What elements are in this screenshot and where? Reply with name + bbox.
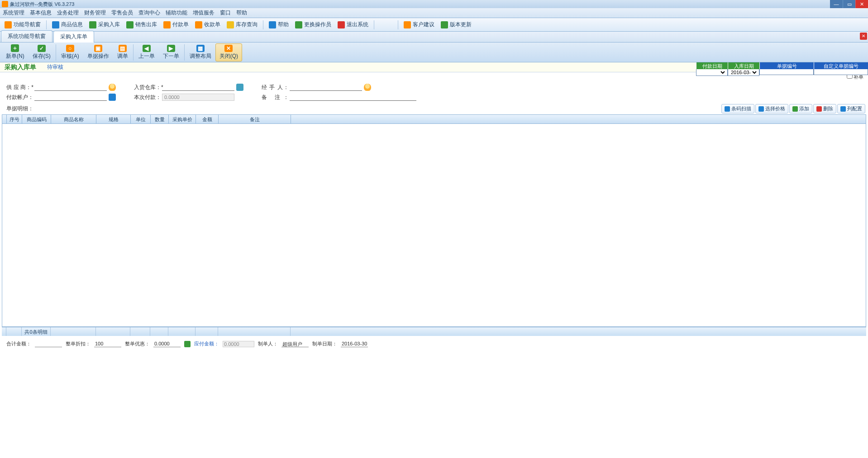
doc-toolbar-label: 关闭(Q) — [219, 52, 238, 60]
menu-item[interactable]: 窗口 — [220, 9, 231, 17]
detail-button[interactable]: 列配置 — [837, 104, 865, 113]
makedate-value: 2016-03-30 — [341, 341, 368, 347]
toolbar-label: 付款单 — [172, 21, 189, 28]
doc-toolbar-label: 新单(N) — [6, 52, 24, 60]
toolbar-icon — [163, 21, 171, 28]
account-input[interactable] — [34, 94, 107, 101]
toolbar-label: 收款单 — [204, 21, 220, 28]
toolbar-button[interactable]: 收款单 — [192, 20, 223, 29]
tab[interactable]: 采购入库单 — [53, 31, 94, 42]
menu-item[interactable]: 业务处理 — [57, 9, 79, 17]
table-head: 序号商品编码商品名称规格单位数量采购单价金额备注 — [2, 115, 866, 124]
toolbar-button[interactable]: 销售出库 — [124, 20, 160, 29]
doc-toolbar-button[interactable]: ▣单据操作 — [83, 43, 113, 61]
doc-toolbar-button[interactable]: ✕关闭(Q) — [215, 43, 242, 61]
footer-cell — [218, 327, 291, 336]
doc-title: 采购入库单 — [5, 63, 36, 71]
column-header[interactable]: 备注 — [219, 115, 291, 123]
column-header[interactable]: 序号 — [7, 115, 22, 123]
toolbar-button[interactable]: 库存查询 — [224, 20, 260, 29]
supplier-input[interactable] — [34, 84, 107, 91]
toolbar-button[interactable]: 退出系统 — [335, 20, 371, 29]
detail-button[interactable]: 添加 — [789, 104, 812, 113]
menu-item[interactable]: 系统管理 — [3, 9, 24, 17]
paydate-input[interactable] — [697, 69, 726, 76]
close-button[interactable]: ✕ — [855, 0, 868, 8]
thispay-label: 本次付款： — [134, 94, 161, 101]
handler-pick-icon[interactable] — [364, 84, 371, 91]
menu-item[interactable]: 财务管理 — [84, 9, 106, 17]
doc-toolbar-label: 调整布局 — [190, 52, 211, 60]
footer: 合计金额： 整单折扣： 100 整单优惠： 0.0000 应付金额： 0.000… — [0, 336, 868, 352]
column-header[interactable]: 数量 — [151, 115, 169, 123]
indate-input[interactable]: 2016-03-30 — [729, 69, 758, 76]
toolbar-button[interactable]: 功能导航窗 — [2, 20, 43, 29]
doc-toolbar-icon: ▣ — [94, 45, 102, 52]
column-header[interactable]: 商品名称 — [51, 115, 96, 123]
column-header[interactable]: 商品编码 — [22, 115, 51, 123]
detail-button-icon — [758, 106, 764, 112]
toolbar-button[interactable]: 商品信息 — [49, 20, 86, 29]
doc-toolbar-label: 保存(S) — [33, 52, 51, 60]
toolbar-button[interactable]: 采购入库 — [86, 20, 123, 29]
toolbar-button[interactable]: 更换操作员 — [292, 20, 334, 29]
doc-toolbar-button[interactable]: ○审核(A) — [57, 43, 83, 61]
account-pick-icon[interactable] — [109, 94, 116, 101]
warehouse-input[interactable] — [162, 84, 234, 91]
tab-close-icon[interactable]: ✕ — [860, 33, 867, 40]
menu-item[interactable]: 查询中心 — [138, 9, 160, 17]
maximize-button[interactable]: ▭ — [843, 0, 855, 8]
column-header[interactable]: 单位 — [131, 115, 151, 123]
app-title: 象过河软件--免费版 V6.3.273 — [10, 1, 74, 8]
doc-toolbar-button[interactable]: ＋新单(N) — [2, 43, 29, 61]
doc-toolbar-button[interactable]: ▤调单 — [113, 43, 132, 61]
total-label: 合计金额： — [6, 340, 31, 347]
toolbar-label: 库存查询 — [236, 21, 258, 28]
detail-button[interactable]: 删除 — [813, 104, 836, 113]
billno-input[interactable] — [761, 69, 812, 75]
doc-toolbar-label: 单据操作 — [87, 52, 109, 60]
doc-toolbar-icon: ＋ — [11, 44, 19, 52]
doc-toolbar-button[interactable]: ✓保存(S) — [29, 43, 55, 61]
detail-button[interactable]: 选择价格 — [755, 104, 788, 113]
minimize-button[interactable]: — — [830, 0, 843, 8]
warehouse-pick-icon[interactable] — [236, 84, 243, 91]
detail-button-label: 删除 — [823, 105, 833, 112]
toolbar-button[interactable]: 付款单 — [161, 20, 191, 29]
header-grid: 付款日期 入库日期 2016-03-30 单据编号 自定义单据编号 — [696, 62, 868, 72]
table-footer: 共0条明细 — [2, 327, 866, 336]
handler-input[interactable] — [290, 84, 362, 91]
detail-button-label: 选择价格 — [765, 105, 785, 112]
supplier-pick-icon[interactable] — [109, 84, 116, 91]
pref-value[interactable]: 0.0000 — [153, 341, 181, 347]
menubar: 系统管理基本信息业务处理财务管理零售会员查询中心辅助功能增值服务窗口帮助 — [0, 8, 868, 18]
doc-toolbar-button[interactable]: ▦调整布局 — [186, 43, 215, 61]
menu-item[interactable]: 基本信息 — [30, 9, 52, 17]
toolbar-button[interactable]: 版本更新 — [438, 20, 474, 29]
remark-input[interactable] — [290, 94, 416, 101]
header-col-billno: 单据编号 — [759, 62, 814, 69]
calc-icon[interactable] — [184, 341, 191, 347]
detail-button[interactable]: 条码扫描 — [721, 104, 754, 113]
supplier-label: 供 应 商：* — [6, 84, 33, 91]
tab[interactable]: 系统功能导航窗 — [1, 30, 52, 42]
menu-item[interactable]: 辅助功能 — [166, 9, 187, 17]
doc-toolbar-button[interactable]: ▶下一单 — [159, 43, 183, 61]
menu-item[interactable]: 零售会员 — [111, 9, 133, 17]
customno-input[interactable] — [815, 69, 867, 75]
table-body[interactable] — [2, 124, 866, 326]
doc-toolbar-button[interactable]: ◀上一单 — [134, 43, 159, 61]
detail-label: 单据明细： — [6, 105, 33, 113]
toolbar-button[interactable]: 帮助 — [266, 20, 291, 29]
menu-item[interactable]: 帮助 — [236, 9, 247, 17]
column-header[interactable]: 规格 — [96, 115, 131, 123]
column-header[interactable]: 采购单价 — [169, 115, 196, 123]
column-header[interactable]: 金额 — [196, 115, 219, 123]
discount-label: 整单折扣： — [66, 340, 91, 347]
toolbar-button[interactable]: 客户建议 — [401, 20, 437, 29]
menu-item[interactable]: 增值服务 — [193, 9, 215, 17]
footer-cell — [196, 327, 218, 336]
account-label: 付款帐户： — [6, 94, 33, 101]
toolbar-label: 退出系统 — [347, 21, 368, 28]
discount-value[interactable]: 100 — [94, 341, 121, 347]
